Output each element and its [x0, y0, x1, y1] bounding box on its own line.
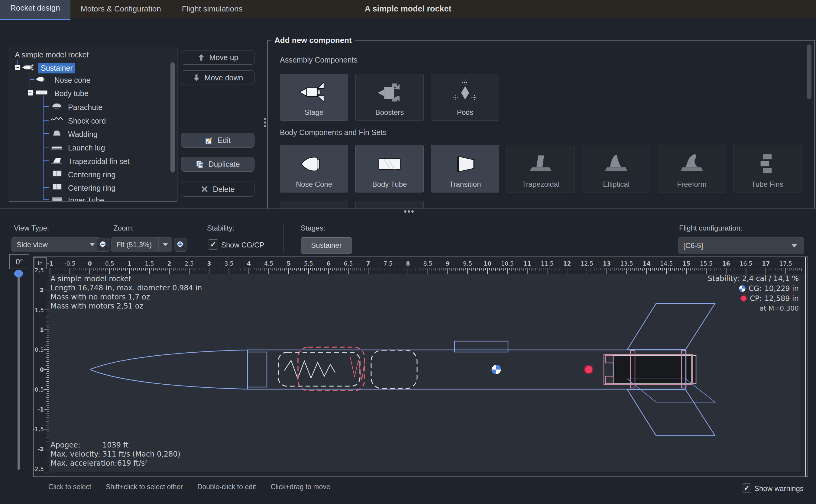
flight-config-select[interactable]: [C6-5]: [678, 237, 804, 254]
duplicate-button[interactable]: Duplicate: [181, 157, 254, 172]
apogee-label: Apogee:: [50, 441, 102, 450]
duplicate-label: Duplicate: [208, 160, 240, 169]
flight-config-value: [C6-5]: [678, 241, 792, 250]
centering-ring-icon: [50, 183, 64, 191]
rotation-slider-thumb[interactable]: [14, 270, 23, 277]
rocket-info-line: Length 16,748 in, max. diameter 0,984 in: [50, 283, 202, 292]
hint: Click to select: [48, 483, 91, 491]
tree-expander-icon[interactable]: −: [15, 65, 21, 70]
h-ruler-label: 1: [128, 260, 131, 267]
add-freeform-button: Freeform: [658, 145, 726, 192]
add-trapezoidal-button: Trapezoidal: [507, 145, 575, 192]
h-ruler-label: 14,5: [660, 260, 673, 267]
transition-icon: [449, 150, 481, 180]
component-button-partial[interactable]: [280, 201, 348, 209]
component-button-partial[interactable]: [355, 201, 424, 209]
tree-item-nose-cone[interactable]: Nose cone: [9, 73, 177, 86]
component-button-label: Elliptical: [582, 180, 650, 189]
rotation-slider-track[interactable]: [18, 273, 20, 470]
panel-drag-handle-dot[interactable]: [264, 121, 266, 124]
edit-label: Edit: [218, 136, 231, 145]
tree-item-body-tube[interactable]: −Body tube: [9, 86, 177, 99]
h-ruler-label: 9: [446, 260, 450, 267]
add-nose-cone-button[interactable]: Nose Cone: [280, 145, 348, 192]
tree-item-a-simple-model-rocket[interactable]: A simple model rocket: [9, 47, 177, 61]
h-ruler-label: 2,5: [185, 260, 194, 267]
cp-marker[interactable]: [584, 365, 593, 374]
show-cgcp-checkbox[interactable]: ✓: [208, 239, 218, 250]
tab-rocket-design[interactable]: Rocket design: [0, 0, 70, 20]
v-ruler-label: 0: [40, 366, 44, 373]
cp-legend-icon: [740, 295, 747, 302]
zoom-out-button[interactable]: [97, 238, 110, 252]
stages-label: Stages:: [301, 224, 325, 232]
split-handle-dot[interactable]: [408, 210, 410, 213]
add-pods-button[interactable]: Pods: [431, 74, 499, 121]
tree-item-centering-ring[interactable]: Centering ring: [9, 181, 177, 194]
tree-item-launch-lug[interactable]: Launch lug: [9, 141, 177, 154]
delete-button[interactable]: Delete: [181, 182, 254, 197]
tube-fins-icon: [752, 150, 783, 180]
hint: Click+drag to move: [270, 483, 330, 491]
hint: Double-click to edit: [197, 483, 256, 491]
group-label: Assembly Components: [280, 56, 358, 64]
h-ruler-label: 8: [406, 260, 410, 267]
panel-drag-handle-dot[interactable]: [264, 118, 266, 120]
edit-button[interactable]: Edit: [181, 133, 254, 148]
tree-item-label: Launch lug: [66, 143, 107, 153]
tree-expander-icon[interactable]: −: [28, 90, 33, 96]
inner-tube-icon: [50, 195, 64, 202]
rocket-info-block: A simple model rocket Length 16,748 in, …: [50, 274, 202, 311]
show-warnings-checkbox[interactable]: ✓: [742, 483, 751, 493]
move-down-button[interactable]: Move down: [181, 70, 254, 85]
h-ruler-label: 1,5: [145, 260, 154, 267]
rotation-angle-indicator: 0°: [9, 254, 29, 269]
add-body-tube-button[interactable]: Body Tube: [355, 145, 424, 192]
stage-sustainer-toggle[interactable]: Sustainer: [301, 237, 352, 254]
move-up-button[interactable]: Move up: [181, 50, 254, 65]
cg-marker[interactable]: [491, 365, 501, 374]
tree-item-label: Centering ring: [66, 170, 118, 180]
fin-trap-big-icon: [525, 150, 556, 180]
h-ruler-label: 15: [682, 260, 690, 267]
tree-item-label: Wadding: [66, 129, 100, 140]
split-handle-dot[interactable]: [411, 210, 414, 213]
view-type-label: View Type:: [14, 224, 49, 232]
view-type-select[interactable]: Side view: [11, 237, 101, 252]
split-handle-dot[interactable]: [404, 210, 406, 213]
tab-flight-simulations[interactable]: Flight simulations: [172, 0, 253, 19]
tree-item-shock-cord[interactable]: Shock cord: [9, 114, 177, 127]
panel-drag-handle-dot[interactable]: [264, 125, 266, 127]
tree-item-wadding[interactable]: Wadding: [9, 127, 177, 140]
tree-item-label: A simple model rocket: [12, 50, 91, 60]
stability-block: Stability:2,4 cal / 14,1 % CG:10,229 in …: [708, 273, 799, 313]
add-transition-button[interactable]: Transition: [431, 145, 499, 192]
zoom-select[interactable]: Fit (51,3%): [111, 237, 172, 252]
split-divider[interactable]: [0, 208, 816, 209]
tree-item-inner-tube[interactable]: Inner Tube: [9, 193, 177, 202]
h-ruler-label: 7: [366, 260, 370, 267]
add-stage-button[interactable]: Stage: [280, 74, 348, 121]
nose-cone-icon: [34, 75, 50, 83]
zoom-in-button[interactable]: [174, 238, 187, 252]
controls-separator: [283, 225, 284, 252]
body-tube-icon: [34, 88, 50, 97]
h-ruler-label: 11,5: [541, 260, 553, 267]
v-ruler-label: 2: [40, 287, 44, 293]
component-tree[interactable]: A simple model rocket−SustainerNose cone…: [9, 47, 177, 202]
h-ruler-label: 13,5: [620, 260, 633, 267]
add-panel-scrollbar[interactable]: [807, 44, 811, 99]
motor[interactable]: [613, 355, 696, 384]
tree-item-trapezoidal-fin-set[interactable]: Trapezoidal fin set: [9, 154, 177, 167]
fin-ell-big-icon: [601, 150, 632, 180]
arrow-down-icon: [193, 74, 200, 82]
tree-item-sustainer[interactable]: −Sustainer: [9, 61, 177, 74]
add-boosters-button[interactable]: Boosters: [355, 74, 424, 121]
tree-item-label: Inner Tube: [66, 195, 107, 202]
tree-scrollbar[interactable]: [170, 62, 175, 173]
max-velocity-value: 311 ft/s (Mach 0,280): [102, 450, 180, 458]
stage-icon: [297, 78, 331, 107]
tab-motors-configuration[interactable]: Motors & Configuration: [70, 0, 171, 19]
tree-item-parachute[interactable]: Parachute: [9, 100, 177, 113]
tree-item-centering-ring[interactable]: Centering ring: [9, 167, 177, 181]
